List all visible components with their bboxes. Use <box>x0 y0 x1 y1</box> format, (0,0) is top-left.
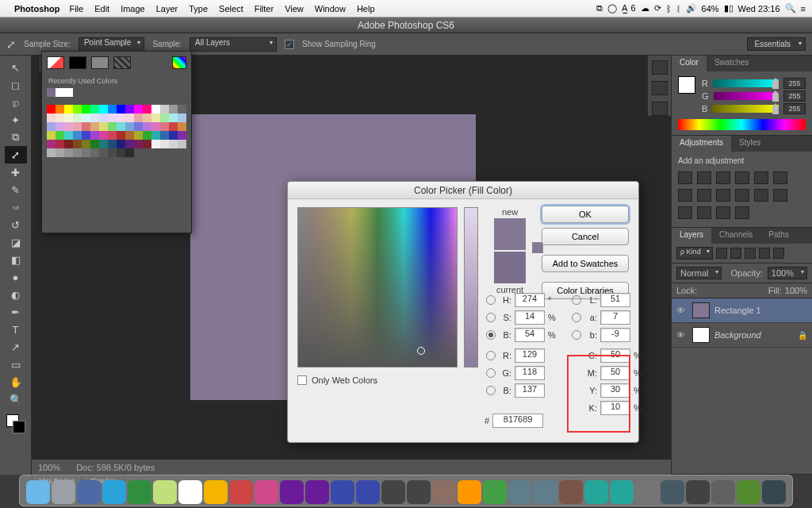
labb-radio[interactable] <box>572 330 581 340</box>
dock-app-icon[interactable] <box>229 480 253 504</box>
brush-tool-icon[interactable]: ✎ <box>5 181 27 198</box>
blue-input[interactable]: 137 <box>515 383 545 398</box>
swatch[interactable] <box>99 105 108 114</box>
filter-pixel-icon[interactable] <box>716 248 727 259</box>
gradient-tool-icon[interactable]: ◧ <box>5 251 27 268</box>
menubar-app-name[interactable]: Photoshop <box>14 4 59 13</box>
swatch[interactable] <box>160 131 169 140</box>
swatch[interactable] <box>108 114 117 122</box>
swatch[interactable] <box>64 148 73 157</box>
swatch[interactable] <box>99 140 108 148</box>
swatch[interactable] <box>134 131 143 140</box>
swatch[interactable] <box>73 148 82 157</box>
bluetooth-icon[interactable]: ᛒ <box>666 4 672 13</box>
swatch[interactable] <box>125 131 134 140</box>
b2-radio[interactable] <box>486 386 496 395</box>
posterize-icon[interactable] <box>678 206 692 219</box>
tab-swatches[interactable]: Swatches <box>707 56 756 71</box>
b-value[interactable]: 255 <box>783 103 806 114</box>
tab-styles[interactable]: Styles <box>731 136 768 152</box>
dropbox-icon[interactable]: ⧉ <box>596 3 603 13</box>
dock-app-icon[interactable] <box>381 480 405 504</box>
swatch[interactable] <box>108 131 117 140</box>
r-radio[interactable] <box>486 351 496 360</box>
lock-trans-icon[interactable] <box>700 286 710 295</box>
filter-type-icon[interactable] <box>745 248 756 259</box>
dock-app-icon[interactable] <box>52 480 75 504</box>
foreground-background-swatch[interactable] <box>5 413 27 438</box>
c-input[interactable]: 50 <box>600 348 630 363</box>
dock-app-icon[interactable] <box>686 480 710 504</box>
swatch[interactable] <box>125 105 134 114</box>
swatch[interactable] <box>178 105 186 114</box>
opacity-value[interactable]: 100% <box>768 267 807 279</box>
dock-app-icon[interactable] <box>458 480 481 504</box>
swatch[interactable] <box>160 140 169 148</box>
l-input[interactable]: 51 <box>600 293 630 307</box>
dock-app-icon[interactable] <box>584 480 608 504</box>
swatch[interactable] <box>64 88 73 97</box>
menu-filter[interactable]: Filter <box>255 4 274 13</box>
brightness-icon[interactable] <box>678 171 692 184</box>
blend-mode-dropdown[interactable]: Normal <box>676 267 722 279</box>
color-field[interactable] <box>297 207 458 368</box>
y-input[interactable]: 30 <box>600 383 630 398</box>
dock-app-icon[interactable] <box>711 480 735 504</box>
h-input[interactable]: 274 <box>515 293 545 307</box>
dock-app-icon[interactable] <box>737 480 760 504</box>
crop-tool-icon[interactable]: ⧉ <box>5 129 27 146</box>
tab-color[interactable]: Color <box>672 56 707 71</box>
l-radio[interactable] <box>572 295 581 305</box>
cancel-button[interactable]: Cancel <box>542 228 629 245</box>
sample-dropdown[interactable]: All Layers <box>190 37 277 52</box>
hue-ramp[interactable] <box>678 119 806 130</box>
dock-app-icon[interactable] <box>128 480 151 504</box>
only-web-colors-checkbox[interactable] <box>297 375 307 385</box>
swatch[interactable] <box>82 140 90 148</box>
layer-row[interactable]: 👁Background🔒 <box>672 323 812 348</box>
swatch[interactable] <box>169 122 178 131</box>
stamp-tool-icon[interactable]: ⎃ <box>5 198 27 216</box>
dock-app-icon[interactable] <box>356 480 380 504</box>
menu-file[interactable]: File <box>69 4 83 13</box>
ok-button[interactable]: OK <box>542 206 629 223</box>
swatch[interactable] <box>73 114 82 122</box>
hue-slider[interactable] <box>464 207 478 368</box>
sync-icon[interactable]: ⟳ <box>654 3 661 13</box>
swatch[interactable] <box>151 131 160 140</box>
swatch[interactable] <box>117 114 125 122</box>
filter-adjust-icon[interactable] <box>730 248 741 259</box>
invert-icon[interactable] <box>773 189 787 202</box>
fill-value[interactable]: 100% <box>785 286 807 295</box>
swatch[interactable] <box>82 114 90 122</box>
no-color-swatch[interactable] <box>47 56 64 69</box>
lock-all-icon[interactable] <box>738 286 748 295</box>
swatch[interactable] <box>64 105 73 114</box>
menu-image[interactable]: Image <box>121 4 145 13</box>
k-input[interactable]: 10 <box>600 401 630 415</box>
swatch[interactable] <box>169 105 178 114</box>
pen-tool-icon[interactable]: ✒ <box>5 303 27 321</box>
dock-app-icon[interactable] <box>280 480 304 504</box>
menu-window[interactable]: Window <box>315 4 346 13</box>
swatch[interactable] <box>82 148 90 157</box>
swatch[interactable] <box>143 105 151 114</box>
swatch[interactable] <box>56 122 64 131</box>
menu-select[interactable]: Select <box>219 4 243 13</box>
dock-app-icon[interactable] <box>153 480 177 504</box>
b-radio[interactable] <box>486 330 496 340</box>
swatch[interactable] <box>99 148 108 157</box>
swatch[interactable] <box>47 105 56 114</box>
swatch[interactable] <box>99 122 108 131</box>
swatch[interactable] <box>143 114 151 122</box>
swatch[interactable] <box>64 114 73 122</box>
swatch[interactable] <box>90 105 99 114</box>
hex-input[interactable]: 817689 <box>492 414 543 428</box>
swatch[interactable] <box>73 140 82 148</box>
a-input[interactable]: 7 <box>600 310 630 325</box>
levels-icon[interactable] <box>697 171 711 184</box>
workspace-dropdown[interactable]: Essentials <box>747 37 806 51</box>
swatch[interactable] <box>125 140 134 148</box>
pattern-swatch[interactable] <box>113 56 131 69</box>
volume-icon[interactable]: 🔊 <box>686 3 697 13</box>
